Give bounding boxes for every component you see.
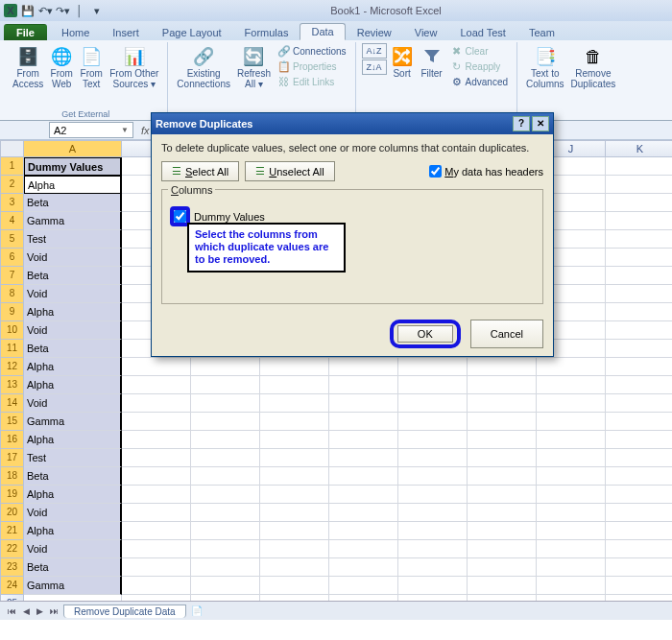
cell-empty[interactable] bbox=[606, 558, 672, 577]
cell-empty[interactable] bbox=[398, 504, 468, 522]
cell-empty[interactable] bbox=[191, 467, 260, 486]
cell-empty[interactable] bbox=[122, 431, 191, 449]
cell-empty[interactable] bbox=[260, 394, 329, 413]
row-header[interactable]: 9 bbox=[0, 303, 24, 321]
select-all-button[interactable]: ☰Select All bbox=[161, 161, 239, 181]
cell-empty[interactable] bbox=[398, 522, 468, 540]
cell-empty[interactable] bbox=[537, 358, 606, 376]
cell-empty[interactable] bbox=[191, 558, 260, 577]
cell-empty[interactable] bbox=[329, 394, 398, 413]
cell-empty[interactable] bbox=[329, 558, 398, 577]
cell-empty[interactable] bbox=[606, 413, 672, 431]
cell-empty[interactable] bbox=[191, 431, 260, 449]
refresh-all-button[interactable]: 🔄Refresh All ▾ bbox=[234, 43, 274, 91]
cell-empty[interactable] bbox=[122, 376, 191, 394]
chevron-down-icon[interactable]: ▼ bbox=[121, 126, 129, 134]
cell-empty[interactable] bbox=[122, 467, 191, 486]
dialog-titlebar[interactable]: Remove Duplicates ? ✕ bbox=[152, 113, 553, 134]
undo-icon[interactable]: ↶▾ bbox=[38, 4, 52, 17]
tab-home[interactable]: Home bbox=[50, 24, 101, 40]
cell-empty[interactable] bbox=[398, 394, 468, 413]
sort-button[interactable]: 🔀Sort bbox=[388, 43, 417, 89]
row-header[interactable]: 11 bbox=[0, 340, 24, 358]
cell-empty[interactable] bbox=[329, 449, 398, 467]
cell-empty[interactable] bbox=[122, 504, 191, 522]
cell-empty[interactable] bbox=[537, 522, 606, 540]
cell-empty[interactable] bbox=[606, 394, 672, 413]
cell-a24[interactable]: Gamma bbox=[24, 577, 122, 595]
cell-empty[interactable] bbox=[191, 504, 260, 522]
cell-empty[interactable] bbox=[468, 394, 537, 413]
cell-empty[interactable] bbox=[122, 394, 191, 413]
cell-a15[interactable]: Gamma bbox=[24, 413, 122, 431]
cell-empty[interactable] bbox=[329, 467, 398, 486]
cell-empty[interactable] bbox=[606, 321, 672, 340]
reapply-button[interactable]: ↻Reapply bbox=[447, 59, 511, 74]
cell-empty[interactable] bbox=[122, 449, 191, 467]
cell-empty[interactable] bbox=[191, 358, 260, 376]
cell-empty[interactable] bbox=[606, 340, 672, 358]
existing-connections-button[interactable]: 🔗Existing Connections bbox=[174, 43, 233, 91]
fx-icon[interactable]: fx bbox=[141, 125, 150, 136]
row-header[interactable]: 7 bbox=[0, 267, 24, 285]
cell-empty[interactable] bbox=[537, 558, 606, 577]
cell-empty[interactable] bbox=[191, 413, 260, 431]
tab-insert[interactable]: Insert bbox=[101, 24, 151, 40]
cell-empty[interactable] bbox=[398, 558, 468, 577]
cell-empty[interactable] bbox=[260, 486, 329, 504]
row-header[interactable]: 4 bbox=[0, 212, 24, 230]
cell-a13[interactable]: Alpha bbox=[24, 376, 122, 394]
connections-button[interactable]: 🔗Connections bbox=[275, 43, 349, 59]
cell-empty[interactable] bbox=[191, 486, 260, 504]
cell-empty[interactable] bbox=[398, 577, 468, 595]
cell-empty[interactable] bbox=[537, 467, 606, 486]
row-header[interactable]: 22 bbox=[0, 540, 24, 558]
cell-empty[interactable] bbox=[122, 358, 191, 376]
cell-empty[interactable] bbox=[398, 376, 468, 394]
cell-empty[interactable] bbox=[606, 358, 672, 376]
edit-links-button[interactable]: ⛓Edit Links bbox=[275, 74, 349, 89]
from-other-sources-button[interactable]: 📊From Other Sources ▾ bbox=[107, 43, 161, 91]
cell-empty[interactable] bbox=[398, 358, 468, 376]
row-header[interactable]: 8 bbox=[0, 285, 24, 303]
cell-a9[interactable]: Alpha bbox=[24, 303, 122, 321]
sheet-nav-next[interactable]: ▶ bbox=[35, 606, 45, 616]
cell-empty[interactable] bbox=[606, 376, 672, 394]
cell-a17[interactable]: Test bbox=[24, 449, 122, 467]
cell-empty[interactable] bbox=[191, 376, 260, 394]
clear-button[interactable]: ✖Clear bbox=[447, 43, 511, 59]
cell-empty[interactable] bbox=[260, 376, 329, 394]
cell-a14[interactable]: Void bbox=[24, 394, 122, 413]
sheet-nav-prev[interactable]: ◀ bbox=[21, 606, 32, 616]
cell-empty[interactable] bbox=[537, 431, 606, 449]
cell-a10[interactable]: Void bbox=[24, 321, 122, 340]
cell-empty[interactable] bbox=[398, 486, 468, 504]
cell-empty[interactable] bbox=[260, 467, 329, 486]
cell-empty[interactable] bbox=[260, 413, 329, 431]
cell-empty[interactable] bbox=[260, 577, 329, 595]
row-header[interactable]: 19 bbox=[0, 486, 24, 504]
column-header-k[interactable]: K bbox=[606, 140, 672, 157]
sheet-nav-last[interactable]: ⏭ bbox=[48, 606, 60, 616]
cell-empty[interactable] bbox=[606, 577, 672, 595]
cell-empty[interactable] bbox=[398, 467, 468, 486]
cell-empty[interactable] bbox=[606, 522, 672, 540]
cell-empty[interactable] bbox=[191, 449, 260, 467]
cell-empty[interactable] bbox=[260, 558, 329, 577]
row-header[interactable]: 13 bbox=[0, 376, 24, 394]
cell-empty[interactable] bbox=[468, 413, 537, 431]
cell-empty[interactable] bbox=[329, 504, 398, 522]
tab-data[interactable]: Data bbox=[300, 23, 345, 40]
cell-empty[interactable] bbox=[191, 522, 260, 540]
text-to-columns-button[interactable]: 📑Text to Columns bbox=[523, 43, 566, 91]
properties-button[interactable]: 📋Properties bbox=[275, 59, 349, 74]
cell-empty[interactable] bbox=[468, 522, 537, 540]
cell-empty[interactable] bbox=[537, 577, 606, 595]
cell-empty[interactable] bbox=[468, 376, 537, 394]
headers-checkbox[interactable] bbox=[429, 165, 442, 178]
row-header[interactable]: 1 bbox=[0, 157, 24, 176]
headers-checkbox-row[interactable]: My data has headers bbox=[429, 165, 543, 178]
row-header[interactable]: 2 bbox=[0, 176, 24, 194]
cell-empty[interactable] bbox=[468, 431, 537, 449]
tab-formulas[interactable]: Formulas bbox=[233, 24, 300, 40]
